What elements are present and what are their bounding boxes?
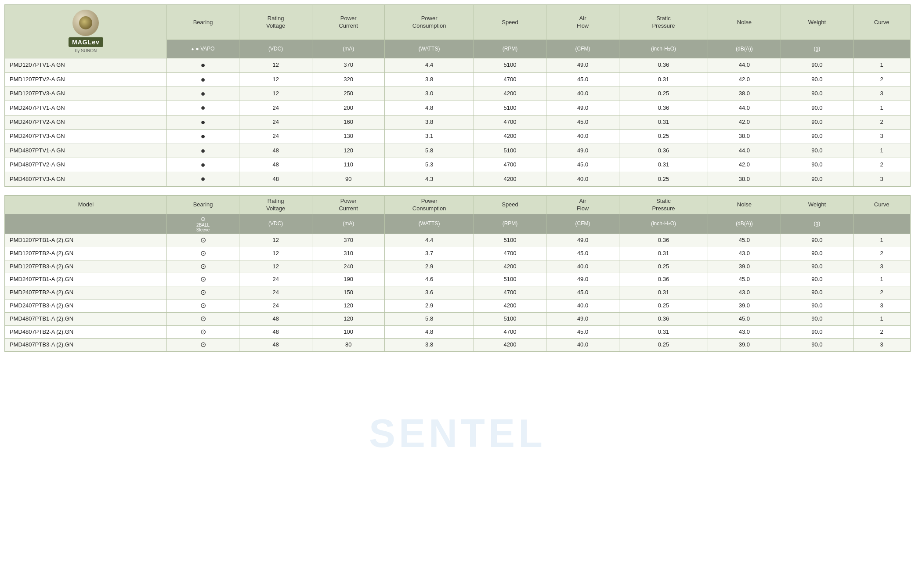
subheader-speed: (RPM) bbox=[474, 40, 546, 58]
voltage-cell: 12 bbox=[239, 58, 312, 72]
noise-cell: 42.0 bbox=[708, 72, 781, 87]
bearing-cell: ● bbox=[166, 101, 239, 115]
model-cell: PMD1207PTV2-A GN bbox=[5, 72, 167, 87]
static-cell: 0.36 bbox=[619, 144, 708, 158]
voltage-cell: 48 bbox=[239, 144, 312, 158]
speed-cell: 4700 bbox=[474, 247, 546, 260]
header2-airflow: AirFlow bbox=[546, 195, 619, 214]
bearing-cell: ● bbox=[166, 115, 239, 129]
model-cell: PMD1207PTB1-A (2).GN bbox=[5, 234, 167, 247]
header2-bearing: Bearing bbox=[166, 195, 239, 214]
model-cell: PMD4807PTB1-A (2).GN bbox=[5, 312, 167, 325]
power-cell: 4.8 bbox=[385, 101, 474, 115]
logo-inner bbox=[79, 16, 92, 29]
speed-cell: 5100 bbox=[474, 273, 546, 286]
bearing-cell: ⊙ bbox=[166, 312, 239, 325]
header-weight: Weight bbox=[781, 5, 854, 40]
table2-row: PMD4807PTB1-A (2).GN ⊙ 48 120 5.8 5100 4… bbox=[5, 312, 910, 325]
current-cell: 250 bbox=[312, 87, 385, 101]
model-cell: PMD4807PTV2-A GN bbox=[5, 158, 167, 172]
current-cell: 80 bbox=[312, 339, 385, 352]
speed-cell: 4700 bbox=[474, 286, 546, 299]
weight-cell: 90.0 bbox=[781, 260, 854, 273]
static-cell: 0.31 bbox=[619, 325, 708, 339]
model-cell: PMD1207PTV1-A GN bbox=[5, 58, 167, 72]
current-cell: 370 bbox=[312, 234, 385, 247]
model-cell: PMD1207PTB2-A (2).GN bbox=[5, 247, 167, 260]
table1-row: PMD4807PTV2-A GN ● 48 110 5.3 4700 45.0 … bbox=[5, 158, 910, 172]
header2-speed: Speed bbox=[474, 195, 546, 214]
table1-row: PMD2407PTV1-A GN ● 24 200 4.8 5100 49.0 … bbox=[5, 101, 910, 115]
subheader2-curve-empty bbox=[854, 214, 910, 234]
subheader-voltage: (VDC) bbox=[239, 40, 312, 58]
curve-cell: 2 bbox=[854, 325, 910, 339]
subheader2-static: (inch-H₂O) bbox=[619, 214, 708, 234]
bearing-cell: ● bbox=[166, 58, 239, 72]
noise-cell: 44.0 bbox=[708, 144, 781, 158]
noise-cell: 42.0 bbox=[708, 115, 781, 129]
table2-row: PMD2407PTB2-A (2).GN ⊙ 24 150 3.6 4700 4… bbox=[5, 286, 910, 299]
header-airflow: AirFlow bbox=[546, 5, 619, 40]
bearing-cell: ⊙ bbox=[166, 260, 239, 273]
subheader-bearing: ● ● VAPO bbox=[166, 40, 239, 58]
logo-circle bbox=[72, 10, 99, 36]
airflow-cell: 49.0 bbox=[546, 101, 619, 115]
model-cell: PMD2407PTV1-A GN bbox=[5, 101, 167, 115]
static-cell: 0.31 bbox=[619, 286, 708, 299]
static-cell: 0.31 bbox=[619, 247, 708, 260]
subheader-power: (WATTS) bbox=[385, 40, 474, 58]
subheader-curve-empty bbox=[854, 40, 910, 58]
airflow-cell: 45.0 bbox=[546, 158, 619, 172]
voltage-cell: 48 bbox=[239, 325, 312, 339]
current-cell: 120 bbox=[312, 299, 385, 313]
subheader2-model-empty bbox=[5, 214, 167, 234]
model-cell: PMD2407PTV2-A GN bbox=[5, 115, 167, 129]
model-cell: PMD2407PTB1-A (2).GN bbox=[5, 273, 167, 286]
speed-cell: 4200 bbox=[474, 172, 546, 186]
header2-power: PowerConsumption bbox=[385, 195, 474, 214]
curve-cell: 3 bbox=[854, 87, 910, 101]
airflow-cell: 49.0 bbox=[546, 273, 619, 286]
airflow-cell: 49.0 bbox=[546, 234, 619, 247]
current-cell: 160 bbox=[312, 115, 385, 129]
power-cell: 5.8 bbox=[385, 144, 474, 158]
vapo-icon: ● ● VAPO bbox=[170, 46, 237, 53]
header-bearing: Bearing bbox=[166, 5, 239, 40]
header2-voltage: RatingVoltage bbox=[239, 195, 312, 214]
subheader2-bearing: ⊙ 2BALLSleeve bbox=[166, 214, 239, 234]
curve-cell: 1 bbox=[854, 234, 910, 247]
table2-subheader-row: ⊙ 2BALLSleeve (VDC) (mA) (WATTS) (RPM) (… bbox=[5, 214, 910, 234]
weight-cell: 90.0 bbox=[781, 158, 854, 172]
power-cell: 4.8 bbox=[385, 325, 474, 339]
table1-header-row: MAGLev by SUNON Bearing RatingVoltage Po… bbox=[5, 5, 910, 40]
airflow-cell: 49.0 bbox=[546, 312, 619, 325]
noise-cell: 39.0 bbox=[708, 339, 781, 352]
logo-container: MAGLev by SUNON bbox=[8, 7, 164, 56]
bearing-cell: ● bbox=[166, 87, 239, 101]
current-cell: 190 bbox=[312, 273, 385, 286]
static-cell: 0.36 bbox=[619, 234, 708, 247]
table2-row: PMD1207PTB3-A (2).GN ⊙ 12 240 2.9 4200 4… bbox=[5, 260, 910, 273]
curve-cell: 3 bbox=[854, 260, 910, 273]
header-speed: Speed bbox=[474, 5, 546, 40]
table1-section: MAGLev by SUNON Bearing RatingVoltage Po… bbox=[4, 4, 911, 187]
weight-cell: 90.0 bbox=[781, 325, 854, 339]
subheader-static: (inch-H₂O) bbox=[619, 40, 708, 58]
header-curve: Curve bbox=[854, 5, 910, 40]
current-cell: 130 bbox=[312, 130, 385, 144]
airflow-cell: 40.0 bbox=[546, 87, 619, 101]
header2-model: Model bbox=[5, 195, 167, 214]
voltage-cell: 12 bbox=[239, 87, 312, 101]
subheader2-noise: (dB(A)) bbox=[708, 214, 781, 234]
bearing-cell: ● bbox=[166, 172, 239, 186]
power-cell: 4.4 bbox=[385, 234, 474, 247]
voltage-cell: 24 bbox=[239, 273, 312, 286]
table1-row: PMD2407PTV2-A GN ● 24 160 3.8 4700 45.0 … bbox=[5, 115, 910, 129]
airflow-cell: 45.0 bbox=[546, 286, 619, 299]
power-cell: 3.8 bbox=[385, 72, 474, 87]
weight-cell: 90.0 bbox=[781, 299, 854, 313]
static-cell: 0.25 bbox=[619, 87, 708, 101]
weight-cell: 90.0 bbox=[781, 87, 854, 101]
noise-cell: 38.0 bbox=[708, 130, 781, 144]
current-cell: 120 bbox=[312, 144, 385, 158]
